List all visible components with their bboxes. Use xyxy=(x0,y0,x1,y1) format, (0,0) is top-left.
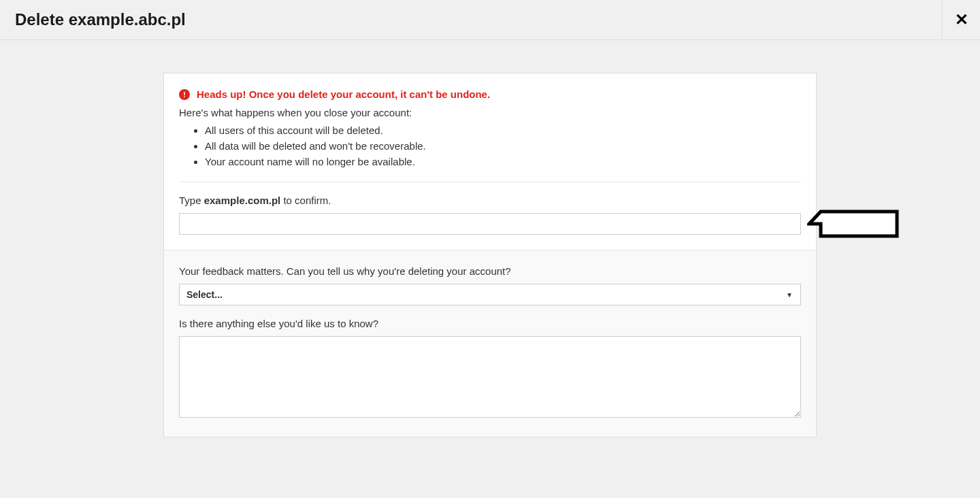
close-button[interactable]: ✕ xyxy=(942,0,980,40)
divider xyxy=(179,182,801,182)
confirm-label: Type example.com.pl to confirm. xyxy=(179,195,801,206)
feedback-section: Your feedback matters. Can you tell us w… xyxy=(164,250,816,437)
confirm-domain-input[interactable] xyxy=(179,213,801,235)
modal-header: Delete example.abc.pl ✕ xyxy=(0,0,980,40)
confirm-section: ! Heads up! Once you delete your account… xyxy=(164,73,816,250)
reason-select[interactable]: Select... xyxy=(179,284,801,305)
confirm-domain: example.com.pl xyxy=(204,195,281,206)
content-wrapper: ! Heads up! Once you delete your account… xyxy=(0,40,980,437)
warning-row: ! Heads up! Once you delete your account… xyxy=(179,88,801,100)
list-item: All data will be deleted and won't be re… xyxy=(205,138,801,154)
extra-feedback-label: Is there anything else you'd like us to … xyxy=(179,318,801,329)
delete-account-panel: ! Heads up! Once you delete your account… xyxy=(163,73,817,437)
consequence-list: All users of this account will be delete… xyxy=(179,122,801,169)
warning-text: Heads up! Once you delete your account, … xyxy=(197,88,490,100)
warning-icon: ! xyxy=(179,89,190,100)
extra-feedback-textarea[interactable] xyxy=(179,336,801,418)
intro-text: Here's what happens when you close your … xyxy=(179,107,801,118)
close-icon: ✕ xyxy=(955,10,968,29)
reason-select-wrapper: Select... ▼ xyxy=(179,284,801,305)
page-title: Delete example.abc.pl xyxy=(0,10,186,29)
list-item: Your account name will no longer be avai… xyxy=(205,154,801,169)
reason-label: Your feedback matters. Can you tell us w… xyxy=(179,265,801,277)
list-item: All users of this account will be delete… xyxy=(205,122,801,138)
